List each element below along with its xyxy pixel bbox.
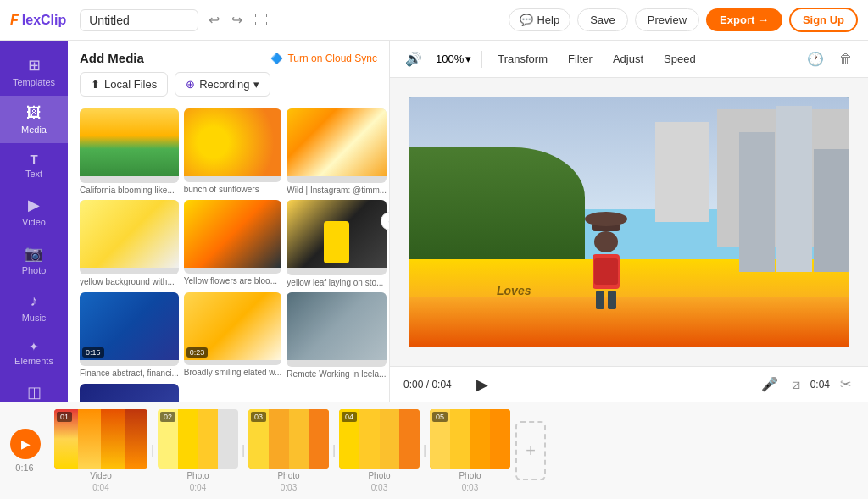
sidebar-label-templates: Templates — [13, 77, 55, 87]
topbar: FlexClip ↩ ↪ ⛶ 💬 Help Save Preview Expor… — [0, 0, 868, 41]
logo-text: lexClip — [22, 13, 66, 28]
speed-button[interactable]: Speed — [659, 49, 701, 69]
media-thumbnail — [80, 200, 179, 274]
sidebar-item-text[interactable]: T Text — [0, 143, 68, 187]
sidebar-item-music[interactable]: ♪ Music — [0, 284, 68, 331]
recording-dropdown-icon: ▾ — [253, 78, 259, 91]
media-item-label: yellow leaf laying on sto... — [287, 278, 387, 287]
media-icon: 🖼 — [26, 104, 42, 122]
timeline-clip[interactable]: 05 Photo 0:03 — [430, 409, 510, 492]
split-button[interactable]: ⧄ — [788, 374, 804, 396]
sidebar-item-media[interactable]: 🖼 Media — [0, 96, 68, 143]
list-item[interactable]: 0:15 Finance abstract, financi... — [80, 292, 179, 379]
preview-button[interactable]: Preview — [635, 8, 699, 31]
elements-icon: ✦ — [29, 340, 39, 353]
clip-type-label: Photo — [459, 471, 481, 480]
timeline-clip[interactable]: 04 Photo 0:03 — [339, 409, 420, 492]
media-item-label: Finance abstract, financi... — [80, 369, 179, 378]
history-button[interactable]: 🕐 — [804, 47, 827, 70]
sidebar-item-photo[interactable]: 📷 Photo — [0, 236, 68, 284]
video-icon: ▶ — [28, 196, 40, 214]
clip-number-badge: 01 — [57, 412, 72, 422]
media-item-label: California blooming like... — [80, 186, 179, 195]
export-button[interactable]: Export → — [706, 8, 782, 31]
microphone-button[interactable]: 🎤 — [758, 373, 782, 396]
list-item[interactable]: 0:09 — [80, 384, 179, 402]
record-icon: ⊕ — [186, 78, 195, 91]
clip-duration-label: 0:03 — [371, 483, 387, 492]
list-item[interactable]: Wild | Instagram: @timm... — [287, 108, 387, 195]
redo-button[interactable]: ↪ — [228, 8, 246, 31]
list-item[interactable]: yellow background with... — [80, 200, 179, 286]
local-files-button[interactable]: ⬆ Local Files — [80, 72, 168, 97]
recording-button[interactable]: ⊕ Recording ▾ — [175, 72, 270, 97]
media-panel-title: Add Media — [80, 51, 144, 65]
preview-right-icons: 🕐 🗑 — [804, 47, 856, 70]
chat-icon: 💬 — [520, 14, 533, 26]
cloud-icon: 🔷 — [270, 53, 283, 64]
sidebar-label-text: Text — [25, 169, 42, 179]
add-clip-button[interactable]: + — [515, 421, 546, 480]
sidebar-item-overlays[interactable]: ◫ Overlays — [0, 374, 68, 402]
clip-type-label: Photo — [368, 471, 390, 480]
sidebar-label-media: Media — [21, 125, 47, 135]
clip-duration-label: 0:04 — [190, 483, 206, 492]
clip-number-badge: 05 — [432, 412, 448, 422]
project-title-input[interactable] — [80, 9, 198, 31]
media-thumbnail — [80, 108, 179, 183]
timeline-play-button[interactable]: ▶ — [10, 429, 41, 459]
help-button[interactable]: 💬 Help — [509, 8, 570, 31]
media-thumbnail: 0:23 — [184, 292, 282, 366]
duration-badge: 0:23 — [186, 347, 209, 358]
delete-button[interactable]: 🗑 — [836, 48, 856, 70]
media-thumbnail — [184, 108, 282, 182]
recording-label: Recording — [199, 78, 249, 91]
transform-button[interactable]: Transform — [492, 49, 553, 69]
fullscreen-button[interactable]: ⛶ — [251, 9, 271, 31]
zoom-dropdown-icon: ▾ — [465, 53, 471, 65]
zoom-value: 100% — [436, 53, 464, 65]
save-button[interactable]: Save — [577, 8, 628, 31]
adjust-button[interactable]: Adjust — [608, 49, 648, 69]
media-item-label: Wild | Instagram: @timm... — [287, 186, 387, 195]
play-button[interactable]: ▶ — [470, 375, 495, 394]
scissors-button[interactable]: ✂ — [837, 373, 854, 396]
undo-button[interactable]: ↩ — [205, 8, 223, 31]
cloud-sync-button[interactable]: 🔷 Turn on Cloud Sync — [270, 53, 377, 64]
clip-number-badge: 04 — [342, 412, 357, 422]
timeline-total-duration: 0:16 — [15, 463, 33, 473]
list-item[interactable]: 0:23 Broadly smiling elated w... — [184, 292, 282, 379]
media-thumbnail — [287, 292, 387, 367]
help-label: Help — [537, 14, 559, 26]
list-item[interactable]: yellow leaf laying on sto... — [287, 200, 387, 286]
volume-button[interactable]: 🔊 — [402, 47, 426, 70]
clip-type-label: Photo — [186, 471, 209, 480]
clip-thumbnail: 03 — [248, 409, 329, 469]
filter-button[interactable]: Filter — [563, 49, 598, 69]
signup-button[interactable]: Sign Up — [789, 8, 858, 32]
current-time: 0:00 / 0:04 — [403, 379, 463, 391]
clip-separator: | — [149, 421, 156, 480]
sidebar-label-photo: Photo — [22, 265, 47, 275]
media-item-label: Remote Working in Icela... — [287, 369, 387, 379]
clip-thumbnail: 02 — [158, 409, 238, 469]
video-preview: Loves — [409, 97, 849, 347]
sidebar-item-templates[interactable]: ⊞ Templates — [0, 47, 68, 96]
media-panel: Add Media 🔷 Turn on Cloud Sync ⬆ Local F… — [68, 41, 390, 402]
clip-thumbnail: 05 — [430, 409, 510, 469]
timeline-clip[interactable]: 02 Photo 0:04 — [158, 409, 238, 492]
sidebar-item-elements[interactable]: ✦ Elements — [0, 331, 68, 374]
sidebar-label-music: Music — [22, 313, 47, 323]
zoom-control[interactable]: 100% ▾ — [436, 53, 471, 65]
sidebar-item-video[interactable]: ▶ Video — [0, 187, 68, 236]
preview-toolbar: 🔊 100% ▾ Transform Filter Adjust Speed 🕐… — [390, 41, 868, 78]
media-action-buttons: ⬆ Local Files ⊕ Recording ▾ — [68, 72, 389, 105]
timeline-clip[interactable]: 01 Video 0:04 — [54, 409, 147, 492]
list-item[interactable]: bunch of sunflowers — [184, 108, 282, 195]
clip-separator: | — [421, 421, 428, 480]
list-item[interactable]: California blooming like... — [80, 108, 179, 195]
cloud-sync-label: Turn on Cloud Sync — [287, 53, 377, 64]
timeline-clip[interactable]: 03 Photo 0:03 — [248, 409, 329, 492]
list-item[interactable]: Yellow flowers are bloo... — [184, 200, 282, 286]
list-item[interactable]: Remote Working in Icela... — [287, 292, 387, 379]
